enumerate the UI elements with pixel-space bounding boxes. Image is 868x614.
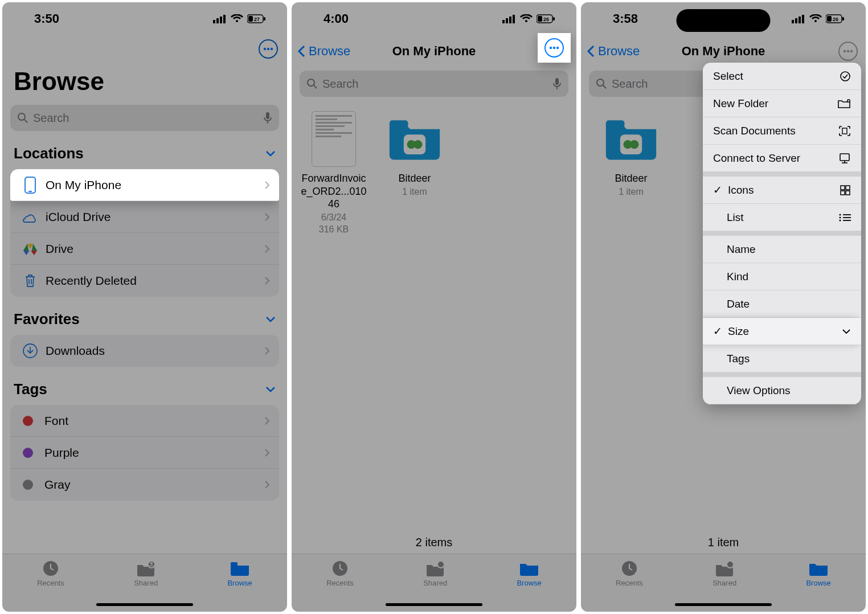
svg-rect-52 (827, 16, 832, 22)
locations-list: On My iPhone iCloud Drive Drive Recently… (10, 169, 279, 297)
svg-rect-47 (792, 20, 794, 23)
menu-label: New Folder (713, 97, 768, 110)
back-button[interactable]: Browse (297, 44, 350, 59)
menu-new-folder[interactable]: New Folder (703, 90, 861, 117)
favorite-downloads[interactable]: Downloads (10, 335, 279, 367)
svg-rect-5 (248, 16, 253, 22)
search-icon (596, 78, 607, 89)
dynamic-island (677, 9, 771, 32)
status-time: 3:50 (34, 11, 59, 26)
chevron-right-icon (264, 346, 270, 355)
chevron-right-icon (264, 276, 270, 285)
locations-header[interactable]: Locations (2, 134, 287, 166)
locations-label: Locations (14, 145, 84, 162)
dictate-icon[interactable] (552, 77, 562, 90)
favorites-header[interactable]: Favorites (2, 300, 287, 331)
svg-point-56 (847, 50, 849, 52)
svg-rect-53 (842, 17, 844, 21)
menu-sort-date[interactable]: Date (703, 290, 861, 318)
select-icon (840, 71, 851, 82)
context-menu: Select New Folder Scan Documents Connect… (703, 63, 861, 404)
location-drive[interactable]: Drive (10, 233, 279, 265)
cellular-icon (213, 14, 227, 23)
more-button-highlight[interactable] (538, 33, 571, 63)
svg-point-66 (841, 72, 850, 81)
svg-line-36 (314, 85, 317, 88)
dictate-icon[interactable] (263, 112, 272, 124)
favorites-list: Downloads (10, 335, 279, 367)
tab-browse[interactable]: Browse (517, 560, 541, 612)
svg-point-44 (550, 47, 552, 49)
file-folder[interactable]: Bitdeer 1 item (380, 112, 449, 235)
tab-recents[interactable]: Recents (326, 560, 354, 612)
svg-rect-27 (502, 20, 505, 23)
svg-rect-13 (266, 112, 269, 119)
chevron-down-icon (265, 386, 276, 393)
tab-browse[interactable]: Browse (227, 560, 252, 612)
svg-marker-19 (23, 244, 28, 251)
tab-recents[interactable]: Recents (616, 560, 643, 612)
chevron-right-icon (264, 480, 270, 489)
chevron-right-icon (264, 181, 270, 190)
status-icons: 27 (213, 14, 267, 23)
tab-label: Recents (616, 579, 643, 587)
search-icon (17, 112, 28, 124)
top-action-row (2, 35, 287, 63)
menu-sort-tags[interactable]: Tags (703, 345, 861, 373)
menu-sort-size[interactable]: ✓Size (703, 318, 861, 345)
more-button[interactable] (838, 42, 858, 61)
menu-label: Select (713, 70, 743, 83)
menu-connect-server[interactable]: Connect to Server (703, 145, 861, 172)
tag-font[interactable]: Font (10, 405, 279, 437)
more-button[interactable] (259, 39, 278, 59)
location-recently-deleted[interactable]: Recently Deleted (10, 265, 279, 297)
menu-icons-view[interactable]: ✓Icons (703, 177, 861, 204)
file-date: 6/3/24 (300, 212, 368, 223)
item-count: 1 item (581, 536, 866, 549)
home-indicator[interactable] (675, 603, 772, 606)
tab-browse[interactable]: Browse (806, 560, 830, 612)
tag-dot-icon (23, 448, 33, 458)
menu-sort-name[interactable]: Name (703, 236, 861, 263)
battery-icon: 27 (247, 14, 267, 23)
favorites-label: Favorites (14, 310, 80, 328)
cellular-icon (792, 14, 805, 23)
file-folder[interactable]: Bitdeer 1 item (597, 112, 665, 197)
file-document[interactable]: ForwardInvoice_ORD2...01046 6/3/24 316 K… (300, 112, 368, 235)
wifi-icon (809, 14, 822, 23)
svg-point-25 (150, 562, 153, 564)
svg-point-80 (840, 219, 841, 221)
search-field[interactable]: Search (300, 71, 568, 97)
svg-text:27: 27 (254, 17, 260, 22)
svg-rect-60 (606, 120, 625, 128)
ellipsis-icon (549, 46, 559, 50)
menu-view-options[interactable]: View Options (703, 377, 861, 404)
svg-point-9 (267, 48, 269, 50)
tag-purple[interactable]: Purple (10, 437, 279, 469)
location-label: Recently Deleted (46, 274, 264, 288)
location-icloud-drive[interactable]: iCloud Drive (10, 201, 279, 233)
menu-list-view[interactable]: List (703, 204, 861, 231)
search-field[interactable]: Search (10, 105, 279, 131)
tags-header[interactable]: Tags (2, 370, 287, 402)
menu-sort-kind[interactable]: Kind (703, 263, 861, 290)
tag-gray[interactable]: Gray (10, 469, 279, 501)
menu-select[interactable]: Select (703, 63, 861, 90)
tab-label: Browse (517, 579, 541, 587)
back-label: Browse (598, 44, 640, 59)
svg-rect-6 (264, 17, 265, 21)
ellipsis-icon (263, 47, 273, 51)
tab-recents[interactable]: Recents (37, 560, 64, 612)
tags-list: Font Purple Gray (10, 405, 279, 501)
favorite-label: Downloads (46, 344, 264, 358)
more-button[interactable] (544, 38, 564, 58)
location-label: iCloud Drive (46, 210, 264, 224)
home-indicator[interactable] (96, 603, 193, 606)
back-button[interactable]: Browse (587, 44, 640, 59)
tag-label: Font (44, 414, 264, 428)
svg-point-63 (630, 140, 638, 149)
location-on-my-iphone[interactable]: On My iPhone (10, 169, 279, 201)
svg-rect-14 (25, 177, 35, 193)
home-indicator[interactable] (386, 603, 482, 606)
menu-scan-documents[interactable]: Scan Documents (703, 117, 861, 145)
